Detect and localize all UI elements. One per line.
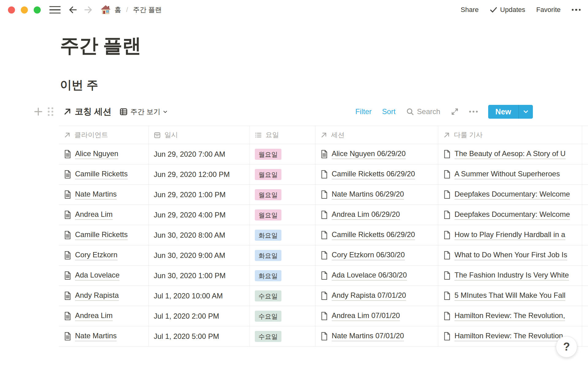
column-header-session[interactable]: 세션 bbox=[315, 126, 438, 144]
article-page-link[interactable]: A Summer Without Superheroes bbox=[454, 170, 560, 179]
updates-button[interactable]: Updates bbox=[490, 6, 525, 14]
table-row[interactable]: Ada Lovelace Jun 30, 2020 1:00 PM 화요일 Ad… bbox=[59, 266, 588, 286]
table-row[interactable]: Andy Rapista Jul 1, 2020 10:00 AM 수요일 An… bbox=[59, 286, 588, 306]
client-page-link[interactable]: Andy Rapista bbox=[75, 291, 119, 301]
datetime-cell[interactable]: Jul 1, 2020 2:00 PM bbox=[149, 306, 250, 326]
day-cell[interactable]: 수요일 bbox=[250, 306, 315, 326]
client-page-link[interactable]: Ada Lovelace bbox=[75, 271, 119, 281]
client-cell[interactable]: Camille Ricketts bbox=[59, 225, 149, 245]
article-cell[interactable]: Deepfakes Documentary: Welcome bbox=[438, 205, 582, 225]
article-page-link[interactable]: Hamilton Review: The Revolution, bbox=[454, 311, 565, 321]
session-page-link[interactable]: Cory Etzkorn 06/30/20 bbox=[332, 251, 405, 260]
session-page-link[interactable]: Camille Ricketts 06/29/20 bbox=[332, 170, 415, 179]
new-button[interactable]: New bbox=[488, 105, 518, 119]
window-minimize-button[interactable] bbox=[21, 6, 28, 13]
day-cell[interactable]: 수요일 bbox=[250, 326, 315, 346]
client-page-link[interactable]: Nate Martins bbox=[75, 190, 117, 200]
session-cell[interactable]: Ada Lovelace 06/30/20 bbox=[315, 266, 438, 286]
day-cell[interactable]: 월요일 bbox=[250, 205, 315, 225]
collection-title[interactable]: 코칭 세션 bbox=[75, 106, 111, 117]
session-page-link[interactable]: Nate Martins 07/01/20 bbox=[332, 332, 404, 341]
session-page-link[interactable]: Ada Lovelace 06/30/20 bbox=[332, 271, 407, 281]
day-cell[interactable]: 화요일 bbox=[250, 245, 315, 265]
article-page-link[interactable]: The Beauty of Aesop: A Story of U bbox=[454, 149, 566, 159]
client-page-link[interactable]: Camille Ricketts bbox=[75, 230, 128, 240]
client-cell[interactable]: Alice Nguyen bbox=[59, 144, 149, 164]
back-button[interactable] bbox=[67, 4, 78, 15]
client-page-link[interactable]: Alice Nguyen bbox=[75, 149, 118, 159]
new-button-dropdown[interactable] bbox=[519, 105, 533, 119]
article-cell[interactable]: Deepfakes Documentary: Welcome bbox=[438, 185, 582, 205]
add-block-button[interactable] bbox=[34, 107, 43, 116]
session-cell[interactable]: Nate Martins 07/01/20 bbox=[315, 326, 438, 346]
datetime-cell[interactable]: Jun 29, 2020 7:00 AM bbox=[149, 144, 250, 164]
session-cell[interactable]: Camille Ricketts 06/29/20 bbox=[315, 225, 438, 245]
datetime-cell[interactable]: Jun 29, 2020 4:00 PM bbox=[149, 205, 250, 225]
article-cell[interactable]: The Beauty of Aesop: A Story of U bbox=[438, 144, 582, 164]
day-cell[interactable]: 화요일 bbox=[250, 225, 315, 245]
session-cell[interactable]: Camille Ricketts 06/29/20 bbox=[315, 164, 438, 184]
datetime-cell[interactable]: Jun 29, 2020 12:00 PM bbox=[149, 164, 250, 184]
client-page-link[interactable]: Andrea Lim bbox=[75, 210, 113, 220]
session-page-link[interactable]: Camille Ricketts 06/29/20 bbox=[332, 230, 415, 240]
article-page-link[interactable]: The Fashion Industry Is Very White bbox=[454, 271, 569, 281]
session-cell[interactable]: Nate Martins 06/29/20 bbox=[315, 185, 438, 205]
day-cell[interactable]: 월요일 bbox=[250, 164, 315, 184]
article-cell[interactable]: 5 MInutes That Will Make You Fall bbox=[438, 286, 582, 306]
article-page-link[interactable]: What to Do When Your First Job Is bbox=[454, 251, 567, 260]
client-page-link[interactable]: Cory Etzkorn bbox=[75, 251, 118, 260]
window-zoom-button[interactable] bbox=[34, 6, 41, 13]
article-cell[interactable]: What to Do When Your First Job Is bbox=[438, 245, 582, 265]
client-cell[interactable]: Andy Rapista bbox=[59, 286, 149, 306]
column-header-client[interactable]: 클라이언트 bbox=[59, 126, 149, 144]
datetime-cell[interactable]: Jun 30, 2020 9:00 AM bbox=[149, 245, 250, 265]
client-page-link[interactable]: Andrea Lim bbox=[75, 311, 113, 321]
client-page-link[interactable]: Camille Ricketts bbox=[75, 170, 128, 179]
client-cell[interactable]: Ada Lovelace bbox=[59, 266, 149, 286]
filter-button[interactable]: Filter bbox=[355, 107, 371, 116]
table-row[interactable]: Andrea Lim Jun 29, 2020 4:00 PM 월요일 Andr… bbox=[59, 205, 588, 225]
client-page-link[interactable]: Nate Martins bbox=[75, 332, 117, 341]
window-close-button[interactable] bbox=[8, 6, 15, 13]
share-button[interactable]: Share bbox=[461, 6, 479, 14]
article-cell[interactable]: The Fashion Industry Is Very White bbox=[438, 266, 582, 286]
client-cell[interactable]: Camille Ricketts bbox=[59, 164, 149, 184]
table-row[interactable]: Nate Martins Jul 1, 2020 5:00 PM 수요일 Nat… bbox=[59, 326, 588, 347]
day-cell[interactable]: 화요일 bbox=[250, 266, 315, 286]
datetime-cell[interactable]: Jun 30, 2020 1:00 PM bbox=[149, 266, 250, 286]
session-cell[interactable]: Andy Rapista 07/01/20 bbox=[315, 286, 438, 306]
session-cell[interactable]: Andrea Lim 07/01/20 bbox=[315, 306, 438, 326]
day-cell[interactable]: 수요일 bbox=[250, 286, 315, 306]
datetime-cell[interactable]: Jul 1, 2020 10:00 AM bbox=[149, 286, 250, 306]
session-page-link[interactable]: Nate Martins 06/29/20 bbox=[332, 190, 404, 200]
session-page-link[interactable]: Andy Rapista 07/01/20 bbox=[332, 291, 406, 301]
view-switcher[interactable]: 주간 보기 bbox=[119, 107, 168, 117]
table-row[interactable]: Cory Etzkorn Jun 30, 2020 9:00 AM 화요일 Co… bbox=[59, 245, 588, 266]
search-button[interactable]: Search bbox=[406, 107, 440, 116]
article-cell[interactable]: Hamilton Review: The Revolution, bbox=[438, 306, 582, 326]
session-page-link[interactable]: Andrea Lim 07/01/20 bbox=[332, 311, 400, 321]
day-cell[interactable]: 월요일 bbox=[250, 185, 315, 205]
datetime-cell[interactable]: Jun 29, 2020 1:00 PM bbox=[149, 185, 250, 205]
table-row[interactable]: Nate Martins Jun 29, 2020 1:00 PM 월요일 Na… bbox=[59, 185, 588, 205]
sidebar-menu-button[interactable] bbox=[49, 6, 61, 14]
article-page-link[interactable]: How to Play Friendly Hardball in a bbox=[454, 230, 565, 240]
datetime-cell[interactable]: Jul 1, 2020 5:00 PM bbox=[149, 326, 250, 346]
session-page-link[interactable]: Andrea Lim 06/29/20 bbox=[332, 210, 400, 220]
sort-button[interactable]: Sort bbox=[382, 107, 396, 116]
session-cell[interactable]: Andrea Lim 06/29/20 bbox=[315, 205, 438, 225]
expand-view-button[interactable] bbox=[451, 108, 459, 116]
session-page-link[interactable]: Alice Nguyen 06/29/20 bbox=[332, 149, 406, 159]
topbar-more-button[interactable] bbox=[572, 9, 581, 11]
article-cell[interactable]: A Summer Without Superheroes bbox=[438, 164, 582, 184]
client-cell[interactable]: Andrea Lim bbox=[59, 306, 149, 326]
client-cell[interactable]: Andrea Lim bbox=[59, 205, 149, 225]
client-cell[interactable]: Nate Martins bbox=[59, 326, 149, 346]
day-cell[interactable]: 월요일 bbox=[250, 144, 315, 164]
breadcrumb-home-link[interactable]: 홈 bbox=[115, 5, 121, 14]
datetime-cell[interactable]: Jun 30, 2020 8:00 AM bbox=[149, 225, 250, 245]
drag-handle[interactable] bbox=[48, 107, 53, 116]
table-row[interactable]: Camille Ricketts Jun 29, 2020 12:00 PM 월… bbox=[59, 164, 588, 185]
article-page-link[interactable]: Deepfakes Documentary: Welcome bbox=[454, 210, 570, 220]
article-page-link[interactable]: Deepfakes Documentary: Welcome bbox=[454, 190, 570, 200]
